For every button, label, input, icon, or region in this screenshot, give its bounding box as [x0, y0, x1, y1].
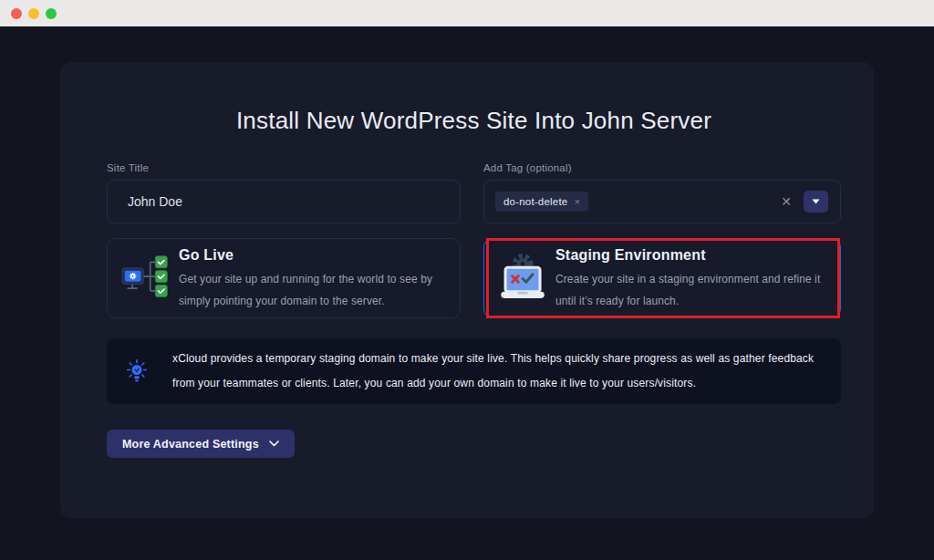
clear-tags-icon[interactable]: ✕	[781, 194, 792, 209]
install-site-card: Install New WordPress Site Into John Ser…	[60, 62, 874, 518]
form-row: Site Title John Doe Add Tag (optional) d…	[107, 162, 841, 223]
page-title: Install New WordPress Site Into John Ser…	[107, 62, 841, 135]
tag-chip-remove-icon[interactable]: ×	[574, 196, 580, 207]
site-title-input[interactable]: John Doe	[107, 180, 461, 223]
app-window: Install New WordPress Site Into John Ser…	[0, 0, 934, 560]
environment-options: Go Live Get your site up and running for…	[107, 238, 841, 318]
go-live-icon	[119, 254, 175, 302]
staging-description: Create your site in a staging environmen…	[555, 268, 827, 312]
staging-title: Staging Environment	[555, 247, 827, 264]
site-title-field: Site Title John Doe	[107, 162, 461, 223]
window-titlebar	[0, 0, 934, 26]
close-window-button[interactable]	[11, 8, 22, 19]
advanced-settings-label: More Advanced Settings	[122, 438, 259, 451]
zoom-window-button[interactable]	[46, 8, 57, 19]
page-background: Install New WordPress Site Into John Ser…	[0, 26, 934, 560]
info-note: xCloud provides a temporary staging doma…	[107, 338, 841, 404]
tag-dropdown-button[interactable]	[804, 191, 828, 213]
site-title-label: Site Title	[107, 162, 461, 173]
staging-environment-icon	[495, 253, 552, 305]
option-staging-environment[interactable]: Staging Environment Create your site in …	[483, 238, 841, 318]
tag-input[interactable]: do-not-delete × ✕	[483, 180, 841, 223]
option-go-live[interactable]: Go Live Get your site up and running for…	[107, 238, 461, 318]
go-live-description: Get your site up and running for the wor…	[179, 268, 447, 312]
go-live-title: Go Live	[179, 247, 447, 264]
staging-text: Staging Environment Create your site in …	[555, 245, 827, 312]
tag-chip-label: do-not-delete	[503, 196, 567, 207]
go-live-text: Go Live Get your site up and running for…	[179, 245, 447, 312]
add-tag-label: Add Tag (optional)	[483, 162, 841, 173]
info-text: xCloud provides a temporary staging doma…	[172, 347, 815, 396]
add-tag-field: Add Tag (optional) do-not-delete × ✕	[483, 162, 841, 223]
minimize-window-button[interactable]	[28, 8, 39, 19]
site-title-value: John Doe	[128, 194, 182, 209]
lightbulb-icon	[126, 359, 148, 384]
more-advanced-settings-button[interactable]: More Advanced Settings	[107, 430, 295, 458]
chevron-down-icon	[269, 441, 279, 447]
tag-chip[interactable]: do-not-delete ×	[495, 192, 588, 212]
caret-down-icon	[812, 199, 820, 204]
